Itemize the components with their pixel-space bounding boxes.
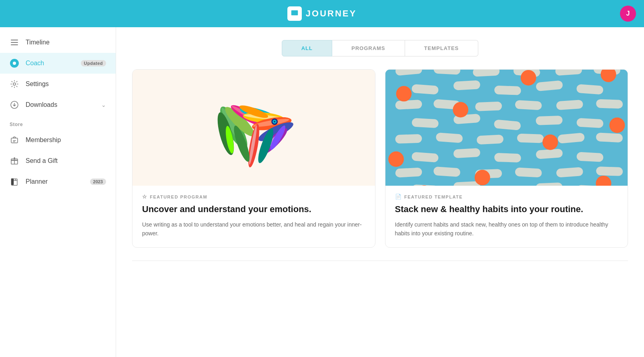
sidebar-item-downloads[interactable]: Downloads ⌄ — [0, 94, 116, 115]
content-tabs: ALL PROGRAMS TEMPLATES — [132, 40, 628, 56]
svg-rect-67 — [576, 152, 604, 162]
program-card-body: ☆ FEATURED PROGRAM Uncover and understan… — [132, 186, 375, 247]
svg-rect-49 — [515, 100, 542, 110]
settings-icon — [10, 79, 19, 89]
svg-rect-71 — [515, 167, 542, 177]
svg-rect-51 — [596, 99, 623, 109]
tab-programs[interactable]: PROGRAMS — [332, 40, 405, 56]
sidebar-item-send-gift[interactable]: Send a Gift — [0, 150, 116, 171]
svg-rect-2 — [292, 17, 297, 18]
template-card-title: Stack new & healthy habits into your rou… — [395, 204, 618, 215]
sidebar-item-label: Settings — [26, 80, 106, 88]
chevron-down-icon: ⌄ — [101, 102, 106, 108]
membership-icon — [10, 135, 19, 145]
svg-rect-59 — [476, 134, 504, 144]
svg-rect-0 — [291, 10, 298, 16]
sidebar-item-planner[interactable]: Planner 2023 — [0, 171, 116, 192]
program-card-title: Uncover and understand your emotions. — [142, 204, 365, 215]
svg-rect-57 — [395, 134, 422, 144]
svg-rect-48 — [475, 102, 502, 111]
template-card-type: 📄 FEATURED TEMPLATE — [395, 194, 618, 200]
svg-rect-45 — [576, 84, 603, 94]
sidebar-item-membership[interactable]: Membership — [0, 130, 116, 150]
template-card-body: 📄 FEATURED TEMPLATE Stack new & healthy … — [385, 186, 628, 247]
sidebar-item-label: Timeline — [26, 39, 106, 46]
sidebar-item-label: Send a Gift — [26, 157, 106, 164]
tab-templates[interactable]: TEMPLATES — [405, 40, 479, 56]
svg-point-82 — [453, 102, 468, 118]
svg-rect-60 — [517, 134, 544, 143]
planner-icon — [10, 177, 19, 187]
sidebar-item-label: Downloads — [26, 101, 95, 108]
svg-rect-9 — [11, 178, 14, 185]
logo-icon — [287, 6, 302, 21]
program-card-image — [132, 70, 375, 186]
download-icon — [10, 100, 19, 110]
sidebar-item-label: Membership — [26, 136, 106, 144]
main-content: ALL PROGRAMS TEMPLATES — [116, 27, 644, 357]
svg-rect-73 — [596, 166, 623, 176]
svg-rect-43 — [494, 86, 521, 95]
svg-rect-63 — [411, 152, 439, 162]
svg-point-85 — [542, 134, 558, 150]
template-card-description: Identify current habits and stack new, h… — [395, 220, 618, 238]
svg-point-81 — [520, 70, 536, 86]
planner-year-badge: 2023 — [90, 178, 106, 185]
coach-icon — [10, 58, 19, 68]
program-type-label: FEATURED PROGRAM — [150, 195, 208, 199]
sidebar-item-coach[interactable]: Coach Updated — [0, 53, 116, 74]
svg-rect-52 — [411, 118, 439, 128]
featured-template-card[interactable]: 📄 FEATURED TEMPLATE Stack new & healthy … — [385, 69, 628, 248]
sidebar-item-timeline[interactable]: Timeline — [0, 32, 116, 53]
document-icon: 📄 — [395, 194, 402, 200]
svg-point-84 — [388, 151, 404, 167]
svg-rect-50 — [556, 100, 583, 110]
menu-icon — [10, 38, 19, 47]
updated-badge: Updated — [81, 60, 106, 66]
program-card-description: Use writing as a tool to understand your… — [142, 220, 365, 238]
app-title: JOURNEY — [306, 8, 357, 19]
main-layout: Timeline Coach Updated Settings — [0, 27, 644, 357]
svg-rect-41 — [411, 84, 439, 94]
sidebar-item-settings[interactable]: Settings — [0, 74, 116, 94]
svg-rect-68 — [395, 167, 422, 177]
user-avatar-button[interactable]: J — [620, 6, 636, 22]
svg-point-83 — [609, 118, 625, 133]
svg-rect-65 — [494, 153, 521, 162]
svg-rect-46 — [395, 100, 422, 110]
app-logo: JOURNEY — [287, 6, 357, 21]
svg-rect-66 — [536, 148, 563, 159]
svg-rect-69 — [433, 166, 460, 177]
cards-grid: ☆ FEATURED PROGRAM Uncover and understan… — [132, 69, 628, 248]
svg-rect-72 — [556, 167, 583, 177]
svg-point-86 — [474, 170, 490, 185]
svg-rect-55 — [536, 116, 562, 125]
svg-rect-64 — [453, 148, 480, 158]
template-card-image — [385, 70, 628, 186]
template-type-label: FEATURED TEMPLATE — [404, 195, 463, 199]
topbar: JOURNEY J — [0, 0, 644, 27]
svg-rect-56 — [576, 118, 604, 128]
store-section-label: Store — [0, 115, 116, 130]
gift-icon — [10, 156, 19, 166]
svg-point-24 — [274, 121, 275, 122]
svg-point-80 — [396, 86, 411, 102]
svg-point-3 — [13, 83, 16, 85]
sidebar: Timeline Coach Updated Settings — [0, 27, 116, 357]
star-icon: ☆ — [142, 194, 148, 200]
content-divider — [132, 261, 628, 261]
featured-program-card[interactable]: ☆ FEATURED PROGRAM Uncover and understan… — [132, 69, 375, 248]
svg-rect-1 — [293, 16, 297, 17]
svg-rect-62 — [596, 132, 623, 142]
program-card-type: ☆ FEATURED PROGRAM — [142, 194, 365, 200]
svg-rect-42 — [453, 80, 480, 90]
svg-rect-58 — [435, 132, 463, 143]
sidebar-item-label: Coach — [26, 60, 74, 67]
tab-all[interactable]: ALL — [282, 40, 332, 56]
sidebar-item-label: Planner — [26, 178, 84, 185]
